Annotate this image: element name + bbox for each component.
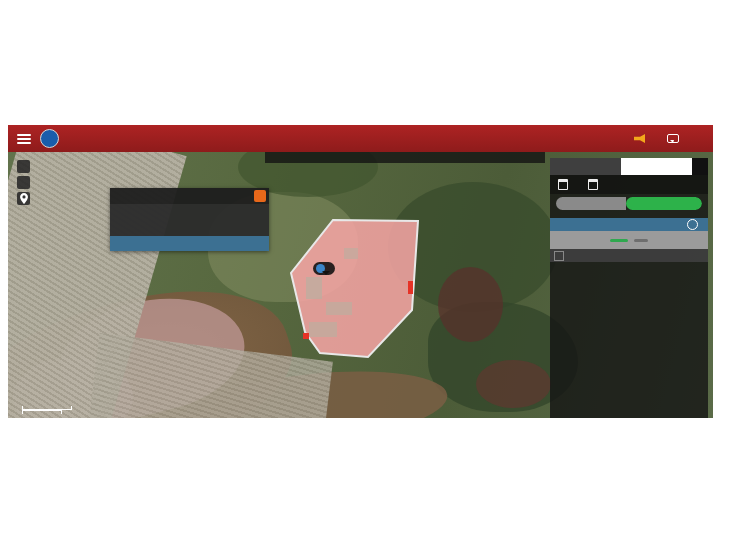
tab-current[interactable] xyxy=(550,158,621,175)
fires-mode-strip xyxy=(550,231,708,249)
area-tooltip xyxy=(313,262,335,275)
zoom-in-button[interactable] xyxy=(17,160,30,173)
tab-historical[interactable] xyxy=(621,158,692,175)
close-icon[interactable] xyxy=(692,158,708,175)
research-checkbox[interactable] xyxy=(554,251,564,261)
map-canvas[interactable] xyxy=(8,152,713,418)
top-coordinate-list xyxy=(0,0,747,79)
page xyxy=(0,0,747,542)
info-icon[interactable] xyxy=(687,219,698,230)
polygon-points-heading xyxy=(0,418,747,441)
firms-app-window xyxy=(8,125,713,418)
scale-ft-bar xyxy=(22,410,62,414)
firms-header xyxy=(8,125,713,152)
feedback-link[interactable] xyxy=(667,134,683,143)
advanced-mode-button[interactable] xyxy=(626,197,702,210)
menu-icon[interactable] xyxy=(17,132,31,146)
total-area-row xyxy=(110,236,269,251)
map-scalebar xyxy=(22,406,72,414)
announcements-link[interactable] xyxy=(634,134,649,143)
time-based-button[interactable] xyxy=(634,239,648,242)
research-option-row xyxy=(550,249,708,262)
fire-hotspot-marker[interactable] xyxy=(408,281,413,294)
fire-hotspot-marker[interactable] xyxy=(303,333,309,339)
date-range-strip xyxy=(265,152,545,163)
locate-button[interactable] xyxy=(17,192,30,205)
location-pin-icon xyxy=(20,193,28,204)
megaphone-icon xyxy=(634,134,645,143)
mode-toggle xyxy=(556,197,702,210)
chat-icon xyxy=(667,134,679,143)
map-terrain-burn-scar xyxy=(438,267,503,342)
basic-mode-button[interactable] xyxy=(556,197,626,210)
units-dropdown[interactable] xyxy=(110,204,269,236)
sidebar-tabs xyxy=(550,158,708,175)
measure-tool-titlebar xyxy=(110,188,269,204)
close-icon[interactable] xyxy=(254,190,266,202)
calendar-icon xyxy=(588,179,598,190)
date-selector-row xyxy=(550,175,708,194)
calendar-icon xyxy=(558,179,568,190)
layers-sidebar xyxy=(550,158,708,418)
map-terrain-burn-scar xyxy=(476,360,551,408)
map-zoom-controls xyxy=(17,160,30,205)
measure-toolbar xyxy=(110,204,269,236)
zoom-out-button[interactable] xyxy=(17,176,30,189)
tooltip-index-badge xyxy=(316,264,325,273)
nasa-logo xyxy=(40,129,59,148)
simple-button[interactable] xyxy=(610,239,628,242)
measure-tool-panel xyxy=(110,188,269,251)
fires-hotspots-header[interactable] xyxy=(550,218,708,231)
